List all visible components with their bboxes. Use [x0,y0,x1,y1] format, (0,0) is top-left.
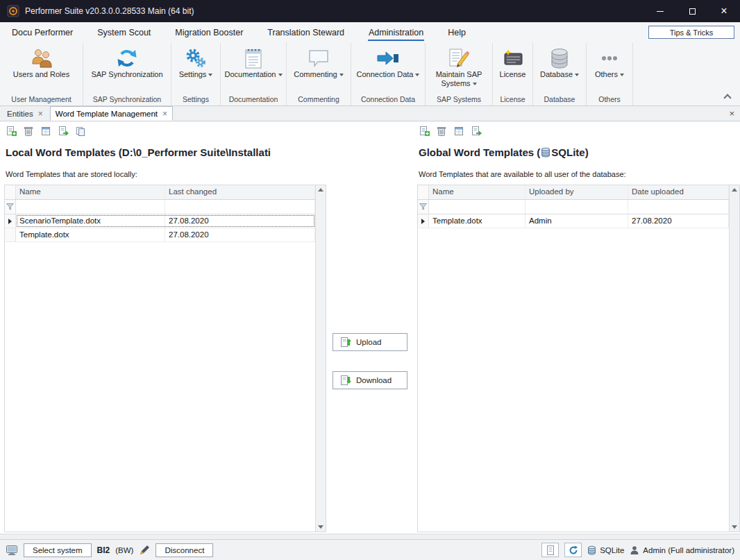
commenting-button[interactable]: Commenting [287,43,351,94]
tips-tricks-button[interactable]: Tips & Tricks [648,26,734,39]
disconnect-button[interactable]: Disconnect [155,543,213,557]
close-icon [721,5,727,17]
open-template-button[interactable] [39,124,53,138]
column-header-name[interactable]: Name [429,185,525,199]
ribbon-group-database: Database Database [533,43,587,105]
filter-cell-name[interactable] [16,200,165,214]
maximize-button[interactable] [676,0,708,22]
column-header-uploaded-by[interactable]: Uploaded by [525,185,628,199]
refresh-button[interactable] [564,543,582,557]
ribbon-group-caption: License [493,94,532,105]
scroll-down-icon[interactable] [318,525,323,529]
commenting-icon [308,48,330,69]
column-header-date-uploaded[interactable]: Date uploaded [628,185,729,199]
ribbon-button-label: Users and Roles [13,70,69,78]
menu-translation-steward[interactable]: Translation Steward [267,24,345,41]
others-button[interactable]: Others [587,43,632,94]
cell-uploaded-by[interactable]: Admin [525,214,628,228]
cell-last-changed[interactable]: 27.08.2020 [165,228,315,241]
filter-cell-uploaded-by[interactable] [525,200,628,214]
menu-system-scout[interactable]: System Scout [96,24,151,41]
vertical-scrollbar[interactable] [729,185,739,532]
import-template-button[interactable] [56,124,70,138]
filter-cell-date-uploaded[interactable] [628,200,729,214]
documentation-button[interactable]: Documentation [221,43,286,94]
filter-cell-last-changed[interactable] [165,200,315,214]
close-button[interactable] [708,0,740,22]
select-system-label: Select system [33,546,83,554]
menu-docu-performer[interactable]: Docu Performer [11,24,74,41]
minimize-button[interactable] [644,0,676,22]
ribbon-group-user-management: Users and Roles User Management [0,43,83,105]
ribbon-button-label: Database [540,70,573,78]
ribbon-group-caption: Database [533,94,586,105]
download-button[interactable]: Download [333,371,407,389]
license-button[interactable]: License [493,43,532,94]
others-icon [598,47,621,69]
table-row[interactable]: Template.dotx 27.08.2020 [5,228,315,242]
tab-entities[interactable]: Entities [1,106,49,121]
cell-name[interactable]: Template.dotx [16,228,165,241]
tab-close-icon[interactable] [162,110,167,117]
add-template-button[interactable] [4,124,18,138]
filter-funnel-icon [419,203,427,210]
table-row[interactable]: Template.dotx Admin 27.08.2020 [418,214,729,228]
ribbon-group-connection-data: Connection Data Connection Data [351,43,426,105]
ribbon-group-caption: Connection Data [351,94,425,105]
tab-word-template-management[interactable]: Word Template Management [50,106,173,121]
filter-cell-name[interactable] [429,200,525,214]
select-system-button[interactable]: Select system [24,543,92,557]
local-templates-panel: Local Word Templates (D:\0_Performer Sui… [0,121,326,534]
cell-name[interactable]: ScenarioTemplate.dotx [16,214,165,228]
refresh-icon [569,545,578,555]
dropdown-chevron-icon [415,74,419,76]
titlebar: Performer Suite v20.3.0.0.28533 Main (64… [0,0,740,22]
settings-button[interactable]: Settings [171,43,220,94]
dropdown-chevron-icon [620,74,624,76]
vertical-scrollbar[interactable] [315,185,326,532]
delete-template-button[interactable] [22,124,35,138]
open-template-button[interactable] [452,124,466,138]
global-toolbar [417,124,483,138]
ribbon-group-caption: SAP Synchronization [83,94,171,105]
column-header-name[interactable]: Name [16,185,165,199]
menu-help[interactable]: Help [447,24,466,41]
add-template-button[interactable] [417,124,431,138]
cell-date-uploaded[interactable]: 27.08.2020 [628,214,729,228]
connection-data-button[interactable]: Connection Data [351,43,425,94]
user-label: Admin (Full administrator) [643,546,734,554]
ribbon-group-others: Others Others [587,43,633,105]
column-header-last-changed[interactable]: Last changed [165,185,315,199]
delete-template-button[interactable] [435,124,448,138]
dropdown-chevron-icon [339,74,344,76]
import-template-button[interactable] [469,124,483,138]
user-status: Admin (Full administrator) [630,545,734,555]
ribbon: Users and Roles User Management SAP Sync… [0,43,740,106]
scroll-up-icon[interactable] [732,188,737,192]
users-and-roles-button[interactable]: Users and Roles [0,43,83,94]
minimize-icon [657,11,664,12]
sap-synchronization-button[interactable]: SAP Synchronization [83,43,171,94]
document-log-button[interactable] [541,543,559,557]
scroll-down-icon[interactable] [732,525,737,529]
menu-administration[interactable]: Administration [368,24,424,41]
upload-button[interactable]: Upload [333,333,407,351]
menu-migration-booster[interactable]: Migration Booster [174,24,244,41]
ribbon-group-sap-sync: SAP Synchronization SAP Synchronization [83,43,171,105]
cell-last-changed[interactable]: 27.08.2020 [165,214,315,228]
database-button[interactable]: Database [533,43,586,94]
tab-close-icon[interactable] [38,110,43,117]
bottom-splitter[interactable] [0,534,740,539]
document-tabstrip: Entities Word Template Management [0,106,740,121]
ribbon-group-caption: Others [587,94,632,105]
users-icon [30,47,53,69]
maintain-sap-systems-button[interactable]: Maintain SAP Systems [426,43,492,94]
ribbon-collapse-icon[interactable] [723,94,731,101]
scroll-up-icon[interactable] [318,188,323,192]
table-header-row: Name Last changed [5,185,315,200]
tabstrip-close-icon[interactable] [729,108,734,119]
table-row[interactable]: ScenarioTemplate.dotx 27.08.2020 [5,214,315,228]
duplicate-template-button[interactable] [74,124,87,138]
duplicate-icon [75,126,86,137]
cell-name[interactable]: Template.dotx [429,214,525,228]
